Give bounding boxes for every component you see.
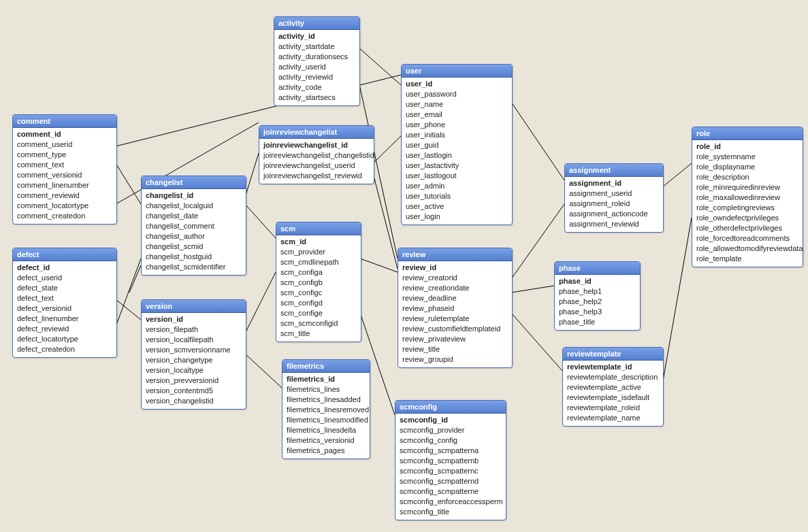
column-pk[interactable]: activity_id: [274, 31, 359, 41]
column[interactable]: reviewtemplate_active: [563, 382, 663, 393]
column[interactable]: filemetrics_lines: [282, 384, 370, 395]
column[interactable]: scmconfig_scmpatternc: [395, 466, 506, 476]
column[interactable]: user_lastactivity: [402, 161, 512, 171]
table-assignment[interactable]: assignmentassignment_idassignment_userid…: [564, 163, 664, 233]
column[interactable]: version_changetype: [142, 355, 246, 365]
column[interactable]: user_login: [402, 212, 512, 222]
column[interactable]: scm_cmdlinepath: [276, 257, 361, 267]
column[interactable]: assignment_userid: [565, 188, 663, 199]
column[interactable]: joinreviewchangelist_changelistid: [259, 150, 374, 161]
table-header[interactable]: version: [142, 300, 246, 313]
table-scm[interactable]: scmscm_idscm_providerscm_cmdlinepathscm_…: [276, 222, 361, 342]
column[interactable]: changelist_localguid: [142, 201, 246, 211]
table-header[interactable]: role: [692, 127, 803, 140]
column[interactable]: phase_title: [555, 317, 640, 327]
column[interactable]: filemetrics_linesdelta: [282, 425, 370, 435]
table-header[interactable]: assignment: [565, 164, 663, 177]
column[interactable]: assignment_actioncode: [565, 209, 663, 219]
column[interactable]: comment_linenumber: [13, 180, 116, 190]
table-header[interactable]: scmconfig: [395, 401, 506, 414]
column[interactable]: assignment_reviewid: [565, 219, 663, 229]
table-header[interactable]: joinreviewchangelist: [259, 126, 374, 139]
column[interactable]: version_scmversionname: [142, 345, 246, 355]
column-pk[interactable]: defect_id: [13, 263, 116, 273]
column[interactable]: review_customfieldtemplateid: [398, 324, 512, 334]
column[interactable]: changelist_scmidentifier: [142, 262, 246, 272]
table-header[interactable]: reviewtemplate: [563, 348, 663, 361]
column[interactable]: user_initials: [402, 130, 512, 140]
column[interactable]: version_localfilepath: [142, 335, 246, 345]
column[interactable]: scmconfig_scmpatterna: [395, 446, 506, 456]
column[interactable]: comment_userid: [13, 139, 116, 150]
column-pk[interactable]: scmconfig_id: [395, 415, 506, 425]
table-comment[interactable]: commentcomment_idcomment_useridcomment_t…: [12, 114, 117, 225]
table-user[interactable]: useruser_iduser_passworduser_nameuser_em…: [401, 64, 513, 225]
column[interactable]: comment_type: [13, 150, 116, 160]
column[interactable]: scmconfig_enforceaccessperm: [395, 497, 506, 507]
column[interactable]: changelist_date: [142, 211, 246, 221]
column[interactable]: review_ruletemplate: [398, 314, 512, 324]
column[interactable]: role_displayname: [692, 162, 803, 172]
table-reviewtemplate[interactable]: reviewtemplatereviewtemplate_idreviewtem…: [562, 347, 664, 427]
table-header[interactable]: review: [398, 248, 512, 261]
table-header[interactable]: changelist: [142, 176, 246, 189]
column[interactable]: activity_durationsecs: [274, 52, 359, 62]
column[interactable]: scmconfig_provider: [395, 425, 506, 435]
column[interactable]: review_creatorid: [398, 273, 512, 283]
table-header[interactable]: defect: [13, 248, 116, 261]
column[interactable]: role_maxallowedinreview: [692, 193, 803, 203]
column[interactable]: version_changelistid: [142, 396, 246, 406]
column[interactable]: changelist_scmid: [142, 242, 246, 252]
column[interactable]: user_phone: [402, 120, 512, 130]
column[interactable]: user_email: [402, 110, 512, 120]
column[interactable]: reviewtemplate_isdefault: [563, 393, 663, 403]
column[interactable]: version_prevversionid: [142, 376, 246, 386]
table-header[interactable]: scm: [276, 222, 361, 235]
column[interactable]: phase_help1: [555, 286, 640, 297]
table-header[interactable]: phase: [555, 262, 640, 275]
column[interactable]: review_creationdate: [398, 283, 512, 293]
column[interactable]: version_localtype: [142, 365, 246, 376]
column[interactable]: comment_locatortype: [13, 201, 116, 211]
column[interactable]: scmconfig_config: [395, 435, 506, 446]
column[interactable]: activity_userid: [274, 62, 359, 72]
column[interactable]: changelist_comment: [142, 221, 246, 231]
column[interactable]: scm_title: [276, 329, 361, 339]
column[interactable]: role_template: [692, 254, 803, 264]
column[interactable]: comment_text: [13, 160, 116, 170]
column[interactable]: defect_versionid: [13, 303, 116, 314]
column[interactable]: user_lastlogout: [402, 171, 512, 181]
column-pk[interactable]: joinreviewchangelist_id: [259, 140, 374, 150]
column[interactable]: user_password: [402, 89, 512, 99]
table-defect[interactable]: defectdefect_iddefect_useriddefect_state…: [12, 248, 117, 358]
column[interactable]: role_forcedtoreadcomments: [692, 233, 803, 244]
column[interactable]: phase_help3: [555, 307, 640, 317]
column[interactable]: scmconfig_scmpatterne: [395, 486, 506, 497]
column-pk[interactable]: user_id: [402, 79, 512, 89]
column[interactable]: reviewtemplate_description: [563, 372, 663, 382]
table-header[interactable]: activity: [274, 17, 359, 30]
column[interactable]: scmconfig_scmpatternb: [395, 456, 506, 466]
column[interactable]: reviewtemplate_roleid: [563, 403, 663, 413]
column[interactable]: review_phaseid: [398, 303, 512, 314]
column[interactable]: filemetrics_linesremoved: [282, 405, 370, 415]
column-pk[interactable]: review_id: [398, 263, 512, 273]
column[interactable]: defect_state: [13, 283, 116, 293]
table-header[interactable]: user: [402, 65, 512, 78]
column[interactable]: user_name: [402, 99, 512, 110]
column[interactable]: comment_reviewid: [13, 190, 116, 201]
column[interactable]: defect_linenumber: [13, 314, 116, 324]
column[interactable]: user_guid: [402, 140, 512, 150]
column[interactable]: activity_code: [274, 82, 359, 93]
column[interactable]: role_minrequiredinreview: [692, 182, 803, 193]
column-pk[interactable]: phase_id: [555, 276, 640, 286]
column[interactable]: version_filepath: [142, 325, 246, 335]
column-pk[interactable]: comment_id: [13, 129, 116, 139]
column[interactable]: scm_configa: [276, 267, 361, 278]
column-pk[interactable]: filemetrics_id: [282, 374, 370, 384]
table-activity[interactable]: activityactivity_idactivity_startdateact…: [274, 16, 360, 106]
column[interactable]: reviewtemplate_name: [563, 413, 663, 423]
table-header[interactable]: comment: [13, 115, 116, 128]
column[interactable]: review_deadline: [398, 293, 512, 303]
column[interactable]: assignment_roleid: [565, 199, 663, 209]
